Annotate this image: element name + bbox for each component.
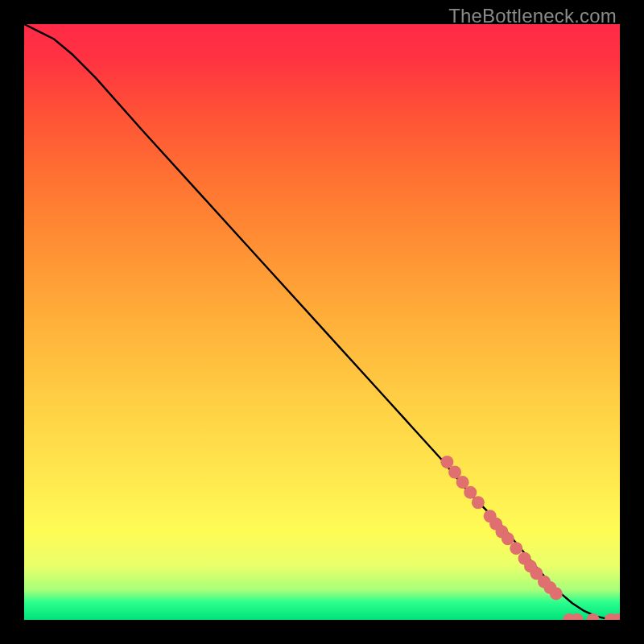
- data-marker: [510, 542, 522, 555]
- data-marker: [550, 587, 563, 600]
- chart-frame: TheBottleneck.com: [0, 0, 644, 644]
- data-marker: [587, 613, 600, 620]
- data-marker: [440, 456, 453, 469]
- data-marker: [456, 476, 469, 489]
- curve-line: [24, 24, 620, 620]
- data-marker: [448, 465, 461, 478]
- chart-svg: [24, 24, 620, 620]
- watermark-text: TheBottleneck.com: [448, 5, 617, 27]
- data-marker: [472, 496, 485, 509]
- marker-group: [440, 456, 620, 620]
- data-marker: [464, 486, 477, 499]
